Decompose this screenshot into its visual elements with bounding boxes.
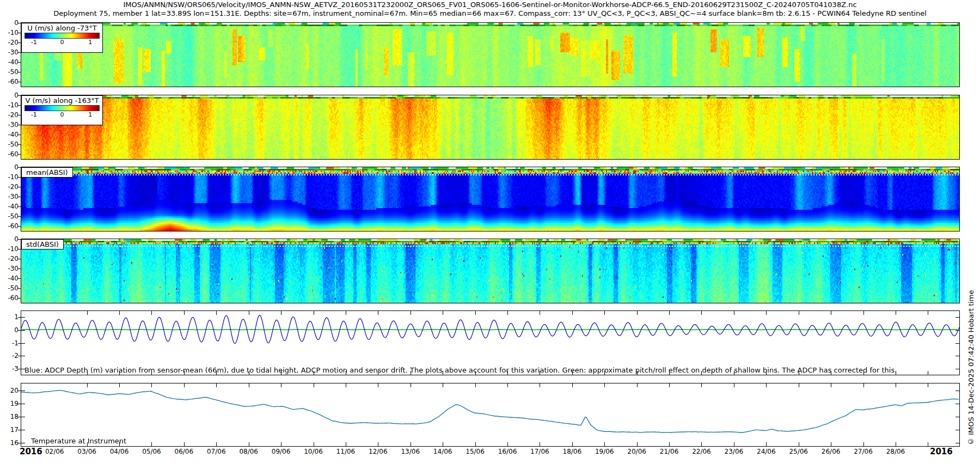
xaxis-date-label: 13/06: [401, 448, 420, 455]
xaxis-date-label: 21/06: [660, 448, 679, 455]
v-ytick-label: 0: [0, 92, 19, 99]
u-ytick-mark: [18, 42, 21, 43]
v-ytick-mark: [18, 154, 21, 155]
panel-depth-variation: Blue: ADCP Depth (m) variation from sens…: [21, 310, 960, 375]
mean-absi-ytick-mark: [18, 206, 21, 207]
std-absi-heatmap: [21, 239, 959, 303]
std-absi-ytick-mark: [18, 259, 21, 259]
xaxis-date-label: 20/06: [627, 448, 646, 455]
depth-ytick-label: 1: [0, 313, 19, 321]
depth-ytick-mark: [18, 369, 21, 369]
v-ytick-label: -50: [0, 141, 19, 148]
depth-ytick-mark: [18, 317, 21, 318]
depth-ytick-label: -1: [0, 339, 19, 347]
u-velocity-heatmap: [21, 23, 959, 87]
depth-variation-annotation: Blue: ADCP Depth (m) variation from sens…: [24, 366, 897, 374]
temperature-ytick-mark: [18, 417, 21, 417]
v-colorbar-legend: V (m/s) along -163°T -101: [21, 95, 103, 125]
temperature-lineplot: [21, 383, 959, 446]
u-colorbar-legend: U (m/s) along -73°T -101: [21, 23, 103, 53]
temperature-ytick-label: 19: [0, 400, 19, 407]
temperature-ytick-mark: [18, 430, 21, 430]
u-ytick-label: -10: [0, 29, 19, 36]
v-velocity-heatmap: [21, 95, 959, 159]
v-ytick-mark: [18, 95, 21, 96]
temperature-ytick-mark: [18, 391, 21, 391]
xaxis-date-label: 14/06: [433, 448, 452, 455]
title-file-path: IMOS/ANMN/NSW/ORS065/Velocity/IMOS_ANMN-…: [0, 1, 980, 9]
xaxis-date-label: 19/06: [595, 448, 614, 455]
v-colorbar-label: V (m/s) along -163°T: [22, 96, 102, 105]
u-colorbar-tick: 1: [88, 39, 92, 46]
mean-absi-ytick-label: 0: [0, 163, 19, 171]
u-ytick-mark: [18, 33, 21, 33]
depth-ytick-label: -3: [0, 365, 19, 373]
panel-temperature: Temperature at Instrument: [21, 383, 960, 447]
u-ytick-mark: [18, 23, 21, 23]
u-ytick-mark: [18, 72, 21, 72]
temperature-ytick-label: 18: [0, 413, 19, 421]
u-colorbar-tick: -1: [31, 39, 37, 46]
std-absi-label: std(ABSI): [21, 239, 64, 249]
u-ytick-label: -30: [0, 48, 19, 56]
xaxis-date-label: 03/06: [77, 448, 96, 455]
temperature-ytick-mark: [18, 443, 21, 443]
xaxis-date-label: 02/06: [45, 448, 64, 455]
v-ytick-label: -10: [0, 101, 19, 109]
mean-absi-ytick-mark: [18, 177, 21, 178]
temperature-ytick-mark: [18, 404, 21, 404]
xaxis-date-label: 22/06: [692, 448, 711, 455]
xaxis-date-label: 10/06: [304, 448, 323, 455]
v-ytick-label: -40: [0, 131, 19, 138]
xaxis-date-label: 07/06: [207, 448, 226, 455]
u-ytick-mark: [18, 62, 21, 63]
std-absi-ytick-label: -50: [0, 284, 19, 292]
temperature-ytick-label: 17: [0, 426, 19, 434]
xaxis-date-label: 11/06: [336, 448, 356, 455]
mean-absi-ytick-label: -30: [0, 193, 19, 200]
std-absi-ytick-label: 0: [0, 235, 19, 243]
xaxis-year-end: 2016: [930, 447, 953, 456]
mean-absi-ytick-mark: [18, 216, 21, 217]
v-colorbar-tick: 0: [60, 111, 64, 118]
panel-v-velocity: V (m/s) along -163°T -101: [21, 95, 960, 160]
panel-u-velocity: U (m/s) along -73°T -101: [21, 22, 960, 87]
mean-absi-ytick-label: -50: [0, 212, 19, 220]
depth-ytick-mark: [18, 356, 21, 356]
v-ytick-mark: [18, 144, 21, 145]
u-ytick-mark: [18, 52, 21, 53]
v-ytick-label: -20: [0, 111, 19, 119]
xaxis-date-label: 12/06: [369, 448, 388, 455]
mean-absi-ytick-mark: [18, 226, 21, 227]
u-colorbar-label: U (m/s) along -73°T: [22, 24, 102, 32]
mean-absi-ytick-label: -10: [0, 173, 19, 181]
xaxis-date-label: 25/06: [789, 448, 808, 455]
panel-std-absi: std(ABSI): [21, 239, 960, 303]
u-ytick-label: -50: [0, 68, 19, 76]
xaxis-date-label: 27/06: [854, 448, 873, 455]
std-absi-ytick-mark: [18, 269, 21, 269]
std-absi-ytick-mark: [18, 249, 21, 249]
mean-absi-label: mean(ABSI): [21, 167, 73, 178]
v-colorbar-tick: -1: [31, 111, 37, 118]
xaxis-date-label: 17/06: [530, 448, 549, 455]
xaxis-date-label: 18/06: [563, 448, 582, 455]
depth-variation-lineplot: [21, 311, 959, 375]
std-absi-ytick-label: -20: [0, 255, 19, 263]
depth-ytick-label: -2: [0, 352, 19, 360]
u-ytick-mark: [18, 82, 21, 82]
std-absi-ytick-label: -60: [0, 294, 19, 302]
u-colorbar-gradient: [24, 33, 100, 39]
v-colorbar-tick: 1: [88, 111, 92, 118]
u-ytick-label: -40: [0, 58, 19, 66]
v-colorbar-ticks: -101: [22, 111, 102, 118]
title-deployment-info: Deployment 75, member 1 lat=33.89S lon=1…: [0, 9, 980, 17]
mean-absi-ytick-mark: [18, 187, 21, 187]
mean-absi-ytick-mark: [18, 167, 21, 168]
mean-absi-ytick-label: -20: [0, 183, 19, 191]
xaxis-date-label: 28/06: [886, 448, 905, 455]
xaxis-date-label: 26/06: [822, 448, 841, 455]
std-absi-ytick-mark: [18, 278, 21, 279]
u-ytick-label: -20: [0, 39, 19, 46]
temperature-ytick-label: 16: [0, 439, 19, 447]
